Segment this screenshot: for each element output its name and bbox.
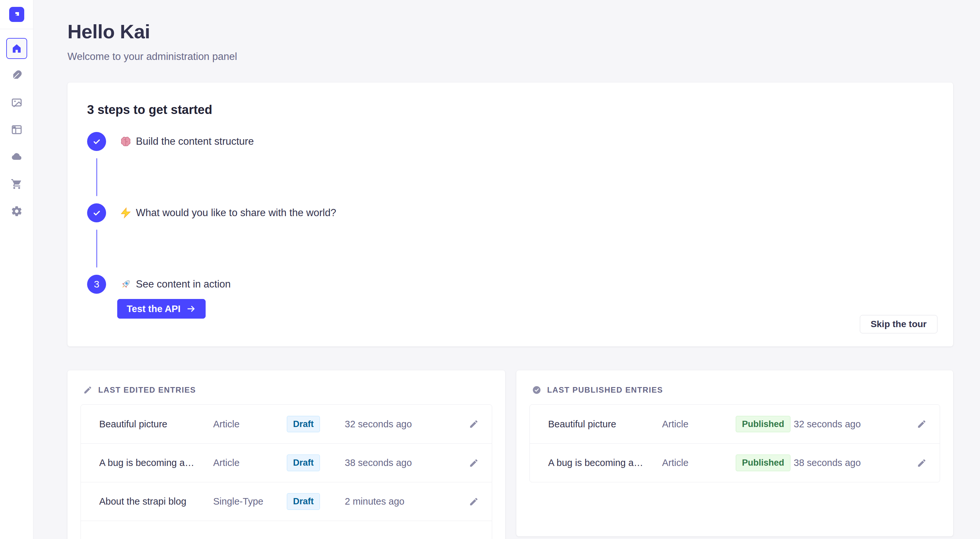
last-published-table: Beautiful picture Article Published 32 s…	[530, 404, 940, 482]
entry-type: Article	[662, 419, 736, 429]
home-icon	[11, 43, 22, 54]
step-1-check-circle	[87, 132, 106, 151]
table-row-partial	[81, 521, 492, 539]
edit-entry-button[interactable]	[917, 458, 927, 468]
pencil-icon	[83, 385, 92, 394]
rocket-icon	[120, 278, 132, 290]
cloud-icon	[11, 151, 22, 163]
onboarding-card: 3 steps to get started Build the content…	[67, 83, 953, 347]
cart-icon	[11, 178, 22, 190]
last-edited-table: Beautiful picture Article Draft 32 secon…	[81, 404, 492, 539]
entry-title: A bug is becoming a…	[548, 458, 662, 468]
entry-type: Article	[662, 458, 736, 468]
last-edited-card: LAST EDITED ENTRIES Beautiful picture Ar…	[67, 370, 505, 539]
table-row[interactable]: A bug is becoming a… Article Draft 38 se…	[81, 444, 492, 482]
page-title: Hello Kai	[67, 20, 237, 43]
media-library-icon	[11, 97, 22, 108]
status-badge: Draft	[287, 493, 320, 510]
entry-title: About the strapi blog	[99, 496, 213, 507]
pencil-icon	[917, 458, 927, 468]
test-api-label: Test the API	[127, 304, 180, 314]
entry-title: Beautiful picture	[548, 419, 662, 429]
step-3-number: 3	[94, 279, 100, 290]
feather-icon	[11, 70, 22, 81]
table-row[interactable]: About the strapi blog Single-Type Draft …	[81, 482, 492, 521]
entry-time: 38 seconds ago	[794, 458, 898, 468]
logo-section	[0, 0, 33, 29]
page-subtitle: Welcome to your administration panel	[67, 51, 237, 62]
edit-entry-button[interactable]	[917, 419, 927, 429]
entry-time: 38 seconds ago	[345, 458, 449, 468]
step-1-label: Build the content structure	[120, 135, 937, 147]
table-row[interactable]: Beautiful picture Article Draft 32 secon…	[81, 405, 492, 444]
last-edited-header: LAST EDITED ENTRIES	[67, 385, 505, 394]
pencil-icon	[917, 419, 927, 429]
status-badge: Published	[736, 455, 791, 471]
step-1-text: Build the content structure	[136, 135, 254, 147]
sidebar-item-settings[interactable]	[11, 205, 23, 218]
gear-icon	[11, 205, 22, 217]
step-2-label: What would you like to share with the wo…	[120, 207, 937, 219]
strapi-glyph-icon	[12, 10, 21, 19]
check-icon	[92, 137, 101, 146]
pencil-icon	[469, 458, 479, 468]
entry-type: Article	[213, 458, 287, 468]
entry-time: 32 seconds ago	[345, 419, 449, 429]
step-3-number-circle: 3	[87, 275, 106, 294]
onboarding-title: 3 steps to get started	[87, 103, 937, 117]
onboarding-step-2: What would you like to share with the wo…	[87, 204, 937, 223]
pencil-icon	[469, 497, 479, 507]
table-row[interactable]: A bug is becoming a… Article Published 3…	[530, 444, 940, 482]
sidebar-item-deploy[interactable]	[11, 151, 23, 163]
last-published-header: LAST PUBLISHED ENTRIES	[516, 385, 953, 394]
status-badge: Draft	[287, 416, 320, 432]
last-edited-title: LAST EDITED ENTRIES	[98, 385, 196, 394]
sidebar-item-content-type-builder[interactable]	[11, 124, 23, 136]
edit-entry-button[interactable]	[469, 419, 479, 429]
page-header: Hello Kai Welcome to your administration…	[67, 20, 237, 62]
brain-icon	[120, 135, 132, 147]
onboarding-step-3: 3 See content in action	[87, 275, 937, 294]
zap-icon	[120, 207, 132, 219]
status-badge: Published	[736, 416, 791, 432]
step-3-label: See content in action	[120, 278, 937, 290]
step-2-check-circle	[87, 204, 106, 223]
entry-title: Beautiful picture	[99, 419, 213, 429]
strapi-logo-icon[interactable]	[9, 7, 24, 22]
sidebar	[0, 0, 33, 539]
step-connector	[96, 158, 97, 196]
sidebar-item-content-manager[interactable]	[11, 69, 23, 81]
entry-type: Single-Type	[213, 496, 287, 507]
edit-entry-button[interactable]	[469, 458, 479, 468]
last-published-card: LAST PUBLISHED ENTRIES Beautiful picture…	[516, 370, 953, 536]
table-row[interactable]: Beautiful picture Article Published 32 s…	[530, 405, 940, 444]
edit-entry-button[interactable]	[469, 497, 479, 507]
arrow-right-icon	[186, 304, 196, 314]
skip-tour-button[interactable]: Skip the tour	[860, 315, 937, 333]
entry-title: A bug is becoming a…	[99, 458, 213, 468]
check-circle-icon	[532, 385, 541, 394]
sidebar-item-home[interactable]	[6, 38, 27, 59]
entry-time: 32 seconds ago	[794, 419, 898, 429]
sidebar-item-marketplace[interactable]	[11, 178, 23, 190]
status-badge: Draft	[287, 455, 320, 471]
check-icon	[92, 208, 101, 218]
entry-time: 2 minutes ago	[345, 496, 449, 507]
sidebar-item-media-library[interactable]	[11, 96, 23, 109]
layout-icon	[11, 124, 22, 135]
last-published-title: LAST PUBLISHED ENTRIES	[547, 385, 663, 394]
pencil-icon	[469, 419, 479, 429]
test-api-button[interactable]: Test the API	[117, 299, 206, 319]
entry-type: Article	[213, 419, 287, 429]
onboarding-step-1: Build the content structure	[87, 132, 937, 151]
step-connector	[96, 229, 97, 267]
step-2-text: What would you like to share with the wo…	[136, 207, 336, 219]
step-3-text: See content in action	[136, 278, 231, 290]
